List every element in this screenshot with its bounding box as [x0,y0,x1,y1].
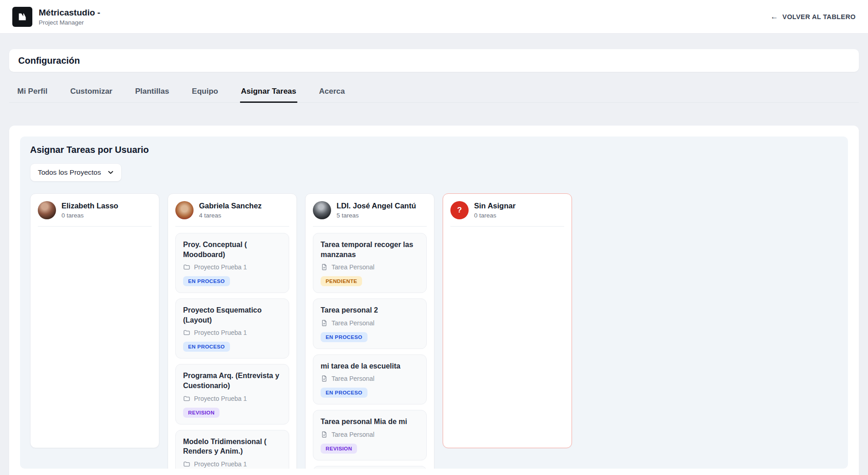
column-header: Gabriela Sanchez4 tareas [175,201,289,227]
logo-glyph [16,11,28,23]
assign-tasks-card: Asignar Tareas por Usuario Todos los Pro… [9,126,859,475]
user-name: Gabriela Sanchez [199,202,262,210]
task-context: Tarea Personal [321,431,419,438]
arrow-left-icon: ← [771,13,778,20]
tab-asignar-tareas[interactable]: Asignar Tareas [240,86,297,102]
task-context-label: Tarea Personal [332,263,374,271]
folder-icon [183,329,190,336]
user-info: Gabriela Sanchez4 tareas [199,202,262,219]
user-name: LDI. José Angel Cantú [337,202,416,210]
brand-text: Métricastudio - Project Manager [39,8,100,26]
assign-tasks-panel: Asignar Tareas por Usuario Todos los Pro… [20,136,848,469]
task-context-label: Proyecto Prueba 1 [194,263,247,271]
task-context-label: Proyecto Prueba 1 [194,395,247,402]
task-context: Tarea Personal [321,263,419,271]
task-context: Tarea Personal [321,375,419,382]
task-title: Proyecto Esquematico (Layout) [183,305,281,325]
task-context-label: Tarea Personal [332,375,374,382]
page-title: Configuración [18,56,80,66]
status-badge: EN PROCESO [321,332,368,342]
app-subtitle: Project Manager [39,19,100,26]
task-context-label: Tarea Personal [332,319,374,327]
user-info: Elizabeth Lasso0 tareas [61,202,118,219]
task-title: Programa Arq. (Entrevista y Cuestionario… [183,371,281,390]
column-header: Elizabeth Lasso0 tareas [38,201,152,227]
task-context: Proyecto Prueba 1 [183,263,281,271]
user-columns: Elizabeth Lasso0 tareasGabriela Sanchez4… [30,193,838,469]
column-header: ?Sin Asignar0 tareas [450,201,564,227]
tab-customizar[interactable]: Customizar [69,86,113,102]
status-badge: REVISION [183,408,220,418]
task-title: Proy. Conceptual ( Moodboard) [183,240,281,259]
user-info: LDI. José Angel Cantú5 tareas [337,202,416,219]
file-check-icon [321,263,328,271]
task-context-label: Proyecto Prueba 1 [194,460,247,468]
user-column-jose-angel-cantu: LDI. José Angel Cantú5 tareasTarea tempo… [305,193,434,469]
task-list: Tarea temporal recoger las manzanasTarea… [313,233,427,469]
user-column-sin-asignar: ?Sin Asignar0 tareas [443,193,572,448]
task-card[interactable]: Proy. Conceptual ( Moodboard)Proyecto Pr… [175,233,289,293]
tab-mi-perfil[interactable]: Mi Perfil [16,86,48,102]
task-card[interactable]: Tarea personal 1Tarea PersonalTERMINADO [313,466,427,469]
user-task-count: 5 tareas [337,212,416,219]
config-title-card: Configuración [9,49,859,72]
user-name: Elizabeth Lasso [61,202,118,210]
task-card[interactable]: mi tarea de la escuelitaTarea PersonalEN… [313,354,427,405]
file-check-icon [321,431,328,438]
task-card[interactable]: Tarea personal 2Tarea PersonalEN PROCESO [313,298,427,349]
task-card[interactable]: Tarea temporal recoger las manzanasTarea… [313,233,427,293]
status-badge: PENDIENTE [321,276,362,286]
file-check-icon [321,319,328,327]
folder-icon [183,263,190,271]
task-title: Modelo Tridimensional ( Renders y Anim.) [183,437,281,456]
task-context: Proyecto Prueba 1 [183,395,281,402]
file-check-icon [321,375,328,382]
status-badge: REVISION [321,444,357,454]
task-card[interactable]: Tarea personal Mia de miTarea PersonalRE… [313,410,427,460]
panel-title: Asignar Tareas por Usuario [30,145,838,155]
unassigned-question-avatar: ? [450,201,469,219]
status-badge: EN PROCESO [321,388,368,398]
user-avatar [38,201,56,219]
folder-icon [183,460,190,468]
user-info: Sin Asignar0 tareas [474,202,516,219]
folder-icon [183,395,190,402]
user-task-count: 4 tareas [199,212,262,219]
task-title: Tarea personal Mia de mi [321,417,419,427]
task-context: Proyecto Prueba 1 [183,329,281,336]
user-task-count: 0 tareas [61,212,118,219]
settings-tabs: Mi PerfilCustomizarPlantillasEquipoAsign… [9,86,859,103]
status-badge: EN PROCESO [183,342,230,352]
column-header: LDI. José Angel Cantú5 tareas [313,201,427,227]
status-badge: EN PROCESO [183,276,230,286]
brand: Métricastudio - Project Manager [12,7,100,27]
task-context-label: Tarea Personal [332,431,374,438]
project-filter-select[interactable]: Todos los Proyectos [30,163,122,182]
app-header: Métricastudio - Project Manager ← VOLVER… [0,0,868,34]
task-list: Proy. Conceptual ( Moodboard)Proyecto Pr… [175,233,289,469]
task-card[interactable]: Modelo Tridimensional ( Renders y Anim.)… [175,430,289,469]
back-to-board-link[interactable]: ← VOLVER AL TABLERO [771,13,856,20]
chevron-down-icon [107,169,114,176]
user-name: Sin Asignar [474,202,516,210]
tab-acerca[interactable]: Acerca [318,86,346,102]
task-card[interactable]: Proyecto Esquematico (Layout)Proyecto Pr… [175,298,289,359]
task-title: mi tarea de la escuelita [321,361,419,371]
task-card[interactable]: Programa Arq. (Entrevista y Cuestionario… [175,364,289,424]
user-avatar [175,201,194,219]
user-avatar [313,201,331,219]
user-column-elizabeth-lasso: Elizabeth Lasso0 tareas [30,193,159,448]
task-title: Tarea temporal recoger las manzanas [321,240,419,259]
tab-equipo[interactable]: Equipo [191,86,219,102]
task-context: Proyecto Prueba 1 [183,460,281,468]
tab-plantillas[interactable]: Plantillas [134,86,170,102]
task-context-label: Proyecto Prueba 1 [194,329,247,336]
task-context: Tarea Personal [321,319,419,327]
task-title: Tarea personal 2 [321,305,419,315]
back-to-board-label: VOLVER AL TABLERO [782,13,856,20]
project-filter-value: Todos los Proyectos [38,168,101,177]
user-task-count: 0 tareas [474,212,516,219]
user-column-gabriela-sanchez: Gabriela Sanchez4 tareasProy. Conceptual… [168,193,297,469]
app-title: Métricastudio - [39,8,100,18]
app-logo-icon [12,7,32,27]
